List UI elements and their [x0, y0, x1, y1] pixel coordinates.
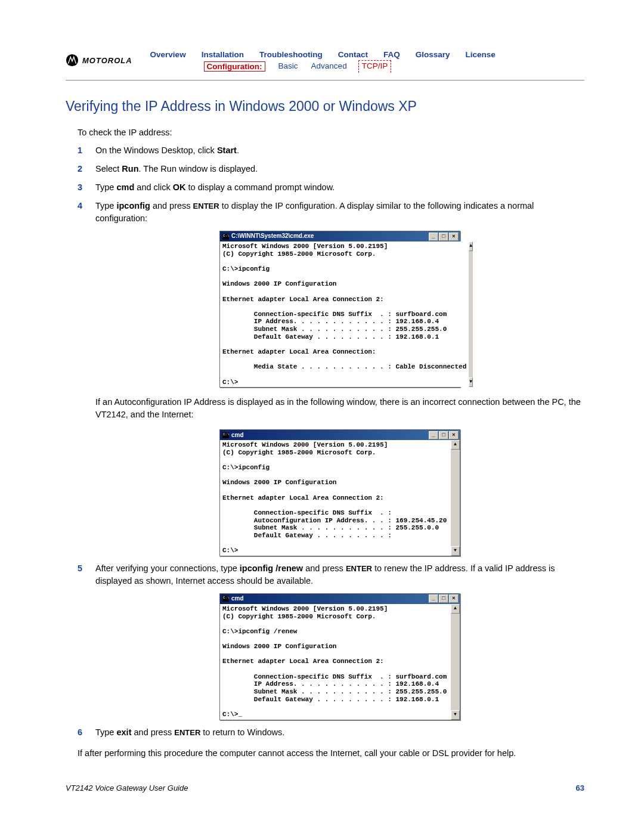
maximize-button[interactable]: □	[439, 594, 448, 603]
nav-troubleshooting[interactable]: Troubleshooting	[259, 50, 323, 59]
cmd-window-2: cmd _ □ × Microsoft Windows 2000 [Versio…	[219, 429, 460, 556]
cmd3-body: Microsoft Windows 2000 [Version 5.00.219…	[220, 604, 451, 720]
cmd1-body: Microsoft Windows 2000 [Version 5.00.219…	[220, 241, 469, 387]
cmd-window-1: C:\WINNT\System32\cmd.exe _ □ × Microsof…	[219, 231, 460, 388]
scrollbar[interactable]: ▲ ▼	[451, 440, 460, 556]
step-4: Type ipconfig and press ENTER to display…	[78, 200, 584, 556]
nav-overview[interactable]: Overview	[150, 50, 186, 59]
nav-configuration[interactable]: Configuration:	[204, 61, 265, 72]
final-paragraph: If after performing this procedure the c…	[78, 747, 584, 760]
page-title: Verifying the IP Address in Windows 2000…	[66, 98, 584, 114]
nav-installation[interactable]: Installation	[202, 50, 244, 59]
nav-faq[interactable]: FAQ	[383, 50, 400, 59]
footer-title: VT2142 Voice Gateway User Guide	[66, 784, 188, 792]
cmd3-titlebar: cmd _ □ ×	[220, 594, 460, 604]
page-number: 63	[576, 784, 584, 792]
close-button[interactable]: ×	[449, 233, 459, 241]
step-2: Select Run. The Run window is displayed.	[78, 163, 584, 175]
maximize-button[interactable]: □	[439, 233, 448, 241]
nav-glossary[interactable]: Glossary	[416, 50, 450, 59]
scroll-down-button[interactable]: ▼	[451, 710, 460, 720]
step-1: On the Windows Desktop, click Start.	[78, 144, 584, 157]
steps-list: On the Windows Desktop, click Start. Sel…	[78, 144, 584, 739]
between-figures-text: If an Autoconfiguration IP Address is di…	[95, 396, 584, 421]
cmd-icon	[222, 432, 229, 438]
cmd-icon	[222, 596, 229, 602]
scroll-up-button[interactable]: ▲	[451, 604, 460, 614]
step-5: After verifying your connections, type i…	[78, 562, 584, 720]
nav-license[interactable]: License	[465, 50, 495, 59]
cmd1-titlebar: C:\WINNT\System32\cmd.exe _ □ ×	[220, 231, 460, 241]
maximize-button[interactable]: □	[439, 431, 448, 439]
step-6: Type exit and press ENTER to return to W…	[78, 726, 584, 739]
minimize-button[interactable]: _	[429, 594, 438, 603]
nav-contact[interactable]: Contact	[338, 50, 368, 59]
cmd-window-3: cmd _ □ × Microsoft Windows 2000 [Versio…	[219, 593, 460, 720]
scroll-down-button[interactable]: ▼	[469, 377, 473, 387]
cmd-icon	[222, 234, 229, 240]
nav-tcpip[interactable]: TCP/IP	[360, 61, 390, 72]
step-3: Type cmd and click OK to display a comma…	[78, 181, 584, 194]
nav-basic[interactable]: Basic	[278, 61, 298, 72]
scrollbar[interactable]: ▲ ▼	[469, 241, 473, 387]
nav-sub: Configuration: Basic Advanced TCP/IP	[204, 61, 496, 72]
minimize-button[interactable]: _	[429, 233, 438, 241]
footer: VT2142 Voice Gateway User Guide 63	[66, 784, 584, 792]
scroll-up-button[interactable]: ▲	[451, 440, 460, 450]
cmd2-title: cmd	[231, 431, 244, 440]
nav-advanced[interactable]: Advanced	[311, 61, 347, 72]
nav-top: Overview Installation Troubleshooting Co…	[150, 50, 496, 59]
close-button[interactable]: ×	[449, 431, 459, 439]
cmd1-title: C:\WINNT\System32\cmd.exe	[231, 232, 314, 241]
minimize-button[interactable]: _	[429, 431, 438, 439]
scroll-up-button[interactable]: ▲	[469, 241, 473, 251]
header: MOTOROLA Overview Installation Troublesh…	[66, 50, 584, 72]
scrollbar[interactable]: ▲ ▼	[451, 604, 460, 720]
close-button[interactable]: ×	[449, 594, 459, 603]
motorola-icon	[66, 54, 79, 67]
scroll-down-button[interactable]: ▼	[451, 546, 460, 556]
intro-text: To check the IP address:	[78, 128, 584, 137]
brand-logo: MOTOROLA	[66, 50, 132, 67]
cmd2-titlebar: cmd _ □ ×	[220, 430, 460, 440]
cmd2-body: Microsoft Windows 2000 [Version 5.00.219…	[220, 440, 451, 556]
cmd3-title: cmd	[231, 594, 244, 603]
brand-text: MOTOROLA	[82, 56, 132, 65]
header-divider	[66, 80, 584, 80]
